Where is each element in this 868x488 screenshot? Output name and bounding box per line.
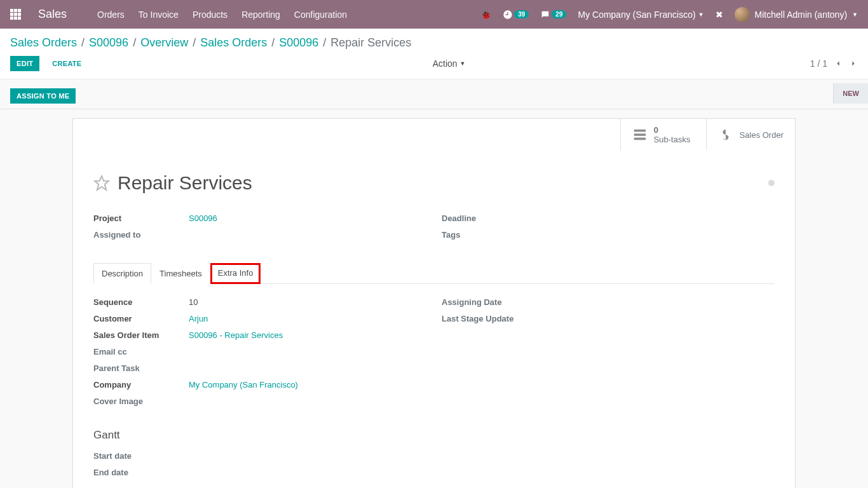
nav-links: Orders To Invoice Products Reporting Con… <box>97 10 347 20</box>
pager: 1 / 1 <box>810 58 858 69</box>
activities-button[interactable]: 39 <box>503 10 529 20</box>
action-dropdown[interactable]: Action ▼ <box>433 58 466 69</box>
create-button[interactable]: CREATE <box>46 56 88 71</box>
nav-reporting[interactable]: Reporting <box>241 10 280 20</box>
company-switcher[interactable]: My Company (San Francisco) ▼ <box>578 10 703 20</box>
control-bar: EDIT CREATE Action ▼ 1 / 1 <box>0 50 868 79</box>
breadcrumb-item[interactable]: Sales Orders <box>200 36 267 50</box>
user-menu[interactable]: Mitchell Admin (antony) ▼ <box>735 7 858 22</box>
company-name: My Company (San Francisco) <box>578 10 695 20</box>
edit-button[interactable]: EDIT <box>10 56 39 71</box>
apps-icon[interactable] <box>10 9 22 20</box>
chevron-left-icon[interactable] <box>834 59 843 68</box>
breadcrumb: Sales Orders/ S00096/ Overview/ Sales Or… <box>10 36 858 50</box>
breadcrumb-item[interactable]: Sales Orders <box>10 36 77 50</box>
breadcrumb-item[interactable]: S00096 <box>279 36 318 50</box>
nav-to-invoice[interactable]: To Invoice <box>139 10 179 20</box>
discuss-button[interactable]: 29 <box>540 10 566 20</box>
avatar <box>735 7 750 22</box>
breadcrumb-bar: Sales Orders/ S00096/ Overview/ Sales Or… <box>0 29 868 50</box>
bug-icon[interactable]: 🐞 <box>480 10 491 20</box>
clock-icon <box>503 10 513 20</box>
chevron-right-icon[interactable] <box>849 59 858 68</box>
pager-counter: 1 / 1 <box>810 58 827 69</box>
breadcrumb-current: Repair Services <box>330 36 411 50</box>
caret-down-icon: ▼ <box>460 60 466 67</box>
top-navbar: Sales Orders To Invoice Products Reporti… <box>0 0 868 29</box>
breadcrumb-item[interactable]: Overview <box>140 36 188 50</box>
user-name: Mitchell Admin (antony) <box>755 10 848 20</box>
caret-down-icon: ▼ <box>698 11 704 18</box>
activities-badge: 39 <box>514 10 529 18</box>
right-tools: 🐞 39 29 My Company (San Francisco) ▼ ✖ M… <box>480 7 858 22</box>
brand-title[interactable]: Sales <box>38 8 67 21</box>
action-label: Action <box>433 58 458 69</box>
caret-down-icon: ▼ <box>852 11 858 18</box>
developer-tools-icon[interactable]: ✖ <box>715 10 723 20</box>
nav-products[interactable]: Products <box>193 10 227 20</box>
nav-configuration[interactable]: Configuration <box>294 10 347 20</box>
discuss-badge: 29 <box>552 10 566 18</box>
breadcrumb-item[interactable]: S00096 <box>89 36 128 50</box>
nav-orders[interactable]: Orders <box>97 10 125 20</box>
chat-icon <box>540 10 550 20</box>
